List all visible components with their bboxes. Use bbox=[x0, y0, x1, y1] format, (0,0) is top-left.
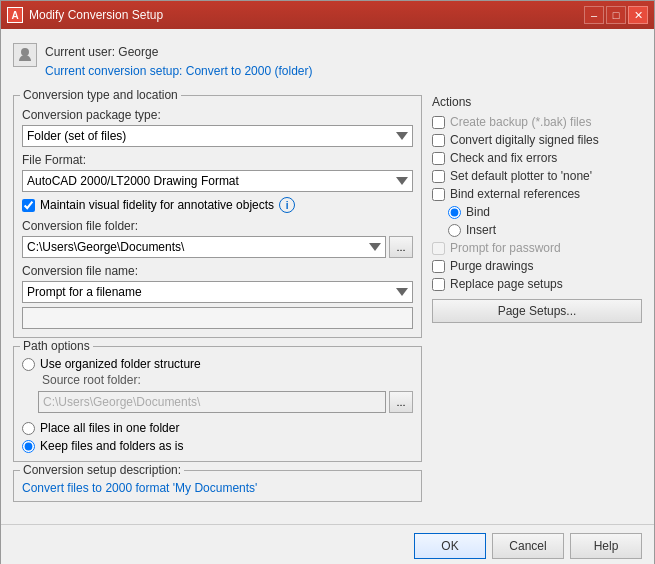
file-format-label: File Format: bbox=[22, 153, 413, 167]
source-root-browse[interactable]: ... bbox=[389, 391, 413, 413]
radio-keep-files-label: Keep files and folders as is bbox=[40, 439, 183, 453]
cancel-button[interactable]: Cancel bbox=[492, 533, 564, 559]
path-options-group: Path options Use organized folder struct… bbox=[13, 346, 422, 462]
package-type-label: Conversion package type: bbox=[22, 108, 413, 122]
convert-signed-checkbox[interactable] bbox=[432, 134, 445, 147]
page-setups-button[interactable]: Page Setups... bbox=[432, 299, 642, 323]
action-bind-external: Bind external references bbox=[432, 187, 642, 201]
path-options-label: Path options bbox=[20, 339, 93, 353]
action-convert-signed: Convert digitally signed files bbox=[432, 133, 642, 147]
source-root-label: Source root folder: bbox=[42, 373, 413, 387]
conversion-group: Conversion type and location Conversion … bbox=[13, 95, 422, 338]
dialog-window: A Modify Conversion Setup – □ ✕ Current … bbox=[0, 0, 655, 564]
conversion-folder-label: Conversion file folder: bbox=[22, 219, 413, 233]
description-group: Conversion setup description: Convert fi… bbox=[13, 470, 422, 502]
radio-place-all[interactable] bbox=[22, 422, 35, 435]
maintain-fidelity-checkbox[interactable] bbox=[22, 199, 35, 212]
description-text: Convert files to 2000 format 'My Documen… bbox=[22, 481, 413, 495]
user-icon bbox=[13, 43, 37, 67]
current-setup-line: Current conversion setup: Convert to 200… bbox=[45, 62, 312, 81]
package-type-dropdown[interactable]: Folder (set of files) bbox=[22, 125, 413, 147]
app-icon: A bbox=[7, 7, 23, 23]
conversion-group-label: Conversion type and location bbox=[20, 88, 181, 102]
purge-drawings-label: Purge drawings bbox=[450, 259, 533, 273]
svg-point-0 bbox=[21, 48, 29, 56]
set-plotter-label: Set default plotter to 'none' bbox=[450, 169, 592, 183]
convert-signed-label: Convert digitally signed files bbox=[450, 133, 599, 147]
file-name-extra-input bbox=[22, 307, 413, 329]
file-name-dropdown[interactable]: Prompt for a filename bbox=[22, 281, 413, 303]
check-fix-label: Check and fix errors bbox=[450, 151, 557, 165]
prompt-password-checkbox[interactable] bbox=[432, 242, 445, 255]
actions-label: Actions bbox=[432, 95, 642, 109]
radio-organized-label: Use organized folder structure bbox=[40, 357, 201, 371]
radio-place-all-label: Place all files in one folder bbox=[40, 421, 179, 435]
action-purge-drawings: Purge drawings bbox=[432, 259, 642, 273]
radio-insert[interactable] bbox=[448, 224, 461, 237]
ok-button[interactable]: OK bbox=[414, 533, 486, 559]
set-plotter-checkbox[interactable] bbox=[432, 170, 445, 183]
maximize-button[interactable]: □ bbox=[606, 6, 626, 24]
info-icon[interactable]: i bbox=[279, 197, 295, 213]
action-replace-page-setups: Replace page setups bbox=[432, 277, 642, 291]
replace-page-setups-checkbox[interactable] bbox=[432, 278, 445, 291]
action-prompt-password: Prompt for password bbox=[432, 241, 642, 255]
prompt-password-label: Prompt for password bbox=[450, 241, 561, 255]
action-create-backup: Create backup (*.bak) files bbox=[432, 115, 642, 129]
radio-bind[interactable] bbox=[448, 206, 461, 219]
title-bar: A Modify Conversion Setup – □ ✕ bbox=[1, 1, 654, 29]
radio-keep-files[interactable] bbox=[22, 440, 35, 453]
purge-drawings-checkbox[interactable] bbox=[432, 260, 445, 273]
action-check-fix: Check and fix errors bbox=[432, 151, 642, 165]
file-name-label: Conversion file name: bbox=[22, 264, 413, 278]
action-set-plotter: Set default plotter to 'none' bbox=[432, 169, 642, 183]
create-backup-label: Create backup (*.bak) files bbox=[450, 115, 591, 129]
bind-external-label: Bind external references bbox=[450, 187, 580, 201]
action-bind-radio: Bind bbox=[448, 205, 642, 219]
minimize-button[interactable]: – bbox=[584, 6, 604, 24]
radio-bind-label: Bind bbox=[466, 205, 490, 219]
check-fix-checkbox[interactable] bbox=[432, 152, 445, 165]
bottom-buttons: OK Cancel Help bbox=[1, 524, 654, 564]
replace-page-setups-label: Replace page setups bbox=[450, 277, 563, 291]
help-button[interactable]: Help bbox=[570, 533, 642, 559]
close-button[interactable]: ✕ bbox=[628, 6, 648, 24]
create-backup-checkbox[interactable] bbox=[432, 116, 445, 129]
user-info: Current user: George Current conversion … bbox=[13, 39, 642, 85]
radio-insert-label: Insert bbox=[466, 223, 496, 237]
source-root-dropdown[interactable]: C:\Users\George\Documents\ bbox=[38, 391, 386, 413]
bind-external-checkbox[interactable] bbox=[432, 188, 445, 201]
actions-panel: Actions Create backup (*.bak) files Conv… bbox=[432, 95, 642, 510]
window-title: Modify Conversion Setup bbox=[29, 8, 163, 22]
action-insert-radio: Insert bbox=[448, 223, 642, 237]
conversion-folder-browse[interactable]: ... bbox=[389, 236, 413, 258]
radio-organized[interactable] bbox=[22, 358, 35, 371]
description-group-label: Conversion setup description: bbox=[20, 463, 184, 477]
file-format-dropdown[interactable]: AutoCAD 2000/LT2000 Drawing Format bbox=[22, 170, 413, 192]
conversion-folder-dropdown[interactable]: C:\Users\George\Documents\ bbox=[22, 236, 386, 258]
maintain-fidelity-label: Maintain visual fidelity for annotative … bbox=[40, 198, 274, 212]
current-user-line: Current user: George bbox=[45, 43, 312, 62]
